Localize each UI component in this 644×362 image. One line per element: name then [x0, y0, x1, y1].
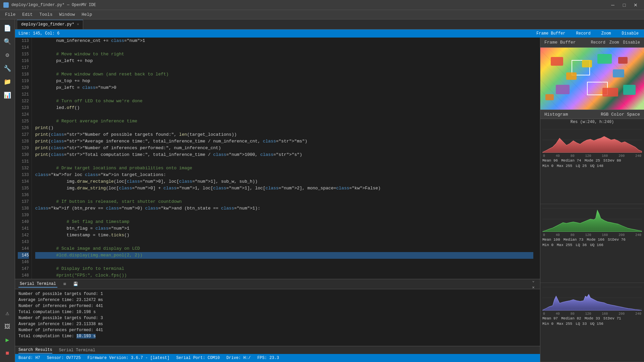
sidebar-icon-chart[interactable]: 📊: [1, 89, 13, 101]
terminal-tab-serial[interactable]: Serial Terminal: [18, 281, 57, 288]
line-num-127: 127: [18, 131, 29, 138]
green-histogram-section: 04080120160200240 Mean 100 Median 73 Mod…: [540, 204, 644, 283]
blue-mean: Mean 97: [542, 316, 558, 320]
red-stddev: StDev 80: [603, 159, 621, 163]
line-num-133: 133: [18, 172, 29, 178]
frame-buffer-label[interactable]: Frame Buffer: [534, 31, 567, 37]
blue-lq: LQ 33: [576, 322, 587, 326]
green-max: Max 255: [557, 243, 572, 247]
code-line-123: led.off(): [35, 105, 533, 111]
cursor-position: Line: 145, Col: 6: [18, 31, 59, 36]
fb-record-button[interactable]: Record: [591, 40, 605, 45]
frame-buffer-controls: Record Zoom Disable: [591, 40, 640, 45]
bottom-tab-serial[interactable]: Serial Terminal: [59, 347, 95, 353]
line-num-118: 118: [18, 71, 29, 78]
close-button[interactable]: ✕: [631, 2, 641, 8]
resolution-label: Res (w:240, h:240): [540, 119, 644, 125]
line-num-120: 120: [18, 84, 29, 91]
sidebar-icon-tools[interactable]: 🔧: [1, 62, 13, 74]
code-line-132: # Draw target locations and probabilitie…: [35, 165, 533, 172]
terminal-scrollbar[interactable]: [537, 289, 540, 346]
terminal-icon-expand[interactable]: ⊞: [61, 281, 68, 288]
sidebar-icon-image[interactable]: 🖼: [1, 320, 13, 333]
serial-terminal-panel: Serial Terminal ⊞ 💾 ⌄ ✕ Number of possib…: [15, 279, 540, 346]
status-firmware: Firmware Version: 3.6.7 - [latest]: [88, 356, 170, 360]
line-num-146: 146: [18, 259, 29, 265]
menu-file[interactable]: File: [2, 11, 19, 18]
terminal-line-3: Total computation time: 10.198 s: [18, 309, 533, 315]
fb-disable-button[interactable]: Disable: [623, 40, 640, 45]
terminal-line-5: Number of possible targets found: 3: [18, 315, 533, 321]
sidebar-icon-folder[interactable]: 📁: [1, 76, 13, 88]
line-num-141: 141: [18, 225, 29, 232]
line-num-144: 144: [18, 245, 29, 252]
line-num-121: 121: [18, 91, 29, 98]
code-line-119: px_top += hop: [35, 78, 533, 84]
green-channel-minmax: Min 0 Max 255 LQ 36 UQ 166: [542, 242, 642, 248]
titlebar-controls[interactable]: ─ □ ✕: [608, 2, 641, 8]
code-line-148: #print("FPS:", clock.fps()): [35, 272, 533, 279]
code-line-127: print(class="str">"Number of possible ta…: [35, 131, 533, 138]
editor-tab[interactable]: deploy/lego_finder.py* ×: [17, 20, 83, 29]
record-button[interactable]: Record: [574, 31, 593, 37]
code-content[interactable]: num_inference_cnt += class="num">1 # Mov…: [32, 38, 537, 279]
code-line-137: # If button is released, start shutter c…: [35, 198, 533, 205]
sidebar-icon-search[interactable]: 🔍: [1, 36, 13, 48]
blue-channel-stats: Mean 97 Median 82 Mode 33 StDev 71: [542, 316, 642, 321]
editor-area: 1131141151161171181191201211221231241251…: [15, 38, 540, 362]
code-editor[interactable]: 1131141151161171181191201211221231241251…: [15, 38, 540, 279]
code-line-130: print(class="str">"Total computation tim…: [35, 152, 533, 158]
line-num-135: 135: [18, 185, 29, 192]
blue-max: Max 255: [557, 322, 572, 326]
sidebar-icon-settings[interactable]: ⚙: [1, 49, 13, 61]
minimize-button[interactable]: ─: [608, 2, 618, 8]
green-min: Min 0: [542, 243, 553, 247]
sidebar-icon-warning[interactable]: ⚠: [1, 307, 13, 319]
titlebar: deploy/lego_finder.py* — OpenMV IDE ─ □ …: [0, 0, 644, 10]
red-lq: LQ 25: [576, 164, 587, 168]
code-line-138: class="kw">if (btn_prev == class="num">0…: [35, 205, 533, 212]
tab-close-button[interactable]: ×: [77, 23, 79, 26]
editor-scrollbar[interactable]: [537, 38, 540, 279]
red-histogram-section: 04080120160200240 Mean 96 Median 74 Mode…: [540, 125, 644, 204]
green-lq: LQ 36: [576, 243, 587, 247]
histogram-title: Histogram: [544, 112, 568, 117]
menu-tools[interactable]: Tools: [36, 11, 56, 18]
blue-histogram-chart: [542, 284, 642, 312]
terminal-line-6: Average inference time: 23.11338 ms: [18, 321, 533, 327]
status-sensor: Sensor: OV7725: [47, 356, 81, 360]
red-uq: UQ 148: [590, 164, 603, 168]
disable-button[interactable]: Disable: [620, 31, 641, 37]
sidebar-icon-stop[interactable]: ■: [1, 347, 13, 359]
red-channel-minmax: Min 0 Max 255 LQ 25 UQ 148: [542, 163, 642, 169]
line-num-113: 113: [18, 38, 29, 44]
terminal-line-8: Total computation time: 10.193 s: [18, 333, 533, 339]
zoom-button[interactable]: Zoom: [599, 31, 613, 37]
sidebar-icon-file[interactable]: 📄: [1, 22, 13, 34]
maximize-button[interactable]: □: [619, 2, 629, 8]
frame-buffer-title: Frame Buffer: [544, 40, 576, 45]
terminal-header: Serial Terminal ⊞ 💾 ⌄ ✕: [15, 279, 540, 289]
fb-zoom-button[interactable]: Zoom: [609, 40, 619, 45]
menu-window[interactable]: Window: [56, 11, 78, 18]
code-line-124: [35, 111, 533, 118]
red-histogram-chart: [542, 126, 642, 154]
terminal-highlighted: 10.193 s: [76, 334, 96, 339]
line-num-129: 129: [18, 145, 29, 152]
line-num-137: 137: [18, 198, 29, 205]
status-drive: Drive: H:/: [226, 356, 251, 360]
red-channel-stats: Mean 96 Median 74 Mode 25 StDev 80: [542, 158, 642, 163]
tabbar: deploy/lego_finder.py* ×: [15, 19, 644, 29]
code-line-146: [35, 259, 533, 265]
bottom-tab-search[interactable]: Search Results: [18, 347, 52, 354]
line-num-122: 122: [18, 98, 29, 105]
terminal-icon-save[interactable]: 💾: [72, 281, 79, 288]
frame-buffer-image: [540, 48, 644, 110]
tab-label: deploy/lego_finder.py*: [21, 22, 74, 27]
menu-help[interactable]: Help: [78, 11, 95, 18]
menu-edit[interactable]: Edit: [19, 11, 36, 18]
status-serial-port: Serial Port: COM10: [176, 356, 220, 360]
status-fps: FPS: 23.3: [257, 356, 279, 360]
sidebar-icon-run[interactable]: ▶: [1, 334, 13, 346]
code-line-142: timestamp = time.ticks(): [35, 232, 533, 239]
